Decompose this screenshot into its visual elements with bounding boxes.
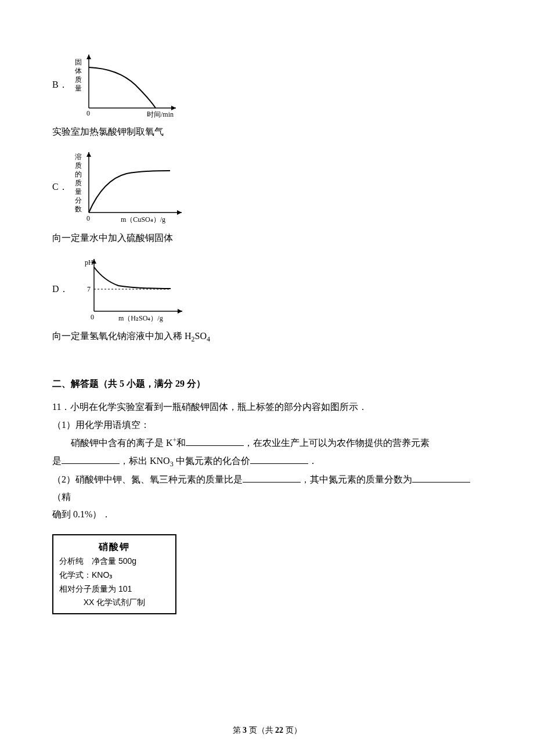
blank-elements[interactable]	[62, 453, 120, 464]
svg-text:m（H₂SO₄）/g: m（H₂SO₄）/g	[118, 314, 163, 322]
q11-p2-line1: （2）硝酸钾中钾、氮、氧三种元素的质量比是，其中氮元素的质量分数为（精	[52, 471, 482, 506]
svg-text:7: 7	[87, 285, 91, 293]
q11-p2-a: （2）硝酸钾中钾、氮、氧三种元素的质量比是	[52, 474, 243, 484]
option-b-row: B． 固 体 质 量 0 时间/min	[52, 50, 482, 120]
q11-p1-line1-c: ，在农业生产上可以为农作物提供的营养元素	[244, 438, 430, 448]
svg-text:固: 固	[75, 58, 82, 66]
svg-text:分: 分	[75, 196, 82, 204]
blank-ion[interactable]	[186, 435, 244, 446]
q11-p1-line2-b: ，标出 KNO	[120, 456, 170, 466]
svg-marker-13	[86, 152, 91, 157]
svg-text:数: 数	[75, 205, 82, 213]
footer-b: 页（共	[247, 726, 275, 735]
svg-text:的: 的	[75, 170, 82, 178]
q11-p2-b: ，其中氮元素的质量分数为	[301, 474, 412, 484]
option-b-desc: 实验室加热氯酸钾制取氧气	[52, 123, 482, 141]
option-b-graph: 固 体 质 量 0 时间/min	[71, 50, 182, 120]
option-c-desc: 向一定量水中加入硫酸铜固体	[52, 229, 482, 247]
svg-text:时间/min: 时间/min	[147, 110, 174, 118]
label-line-1: 分析纯 净含量 500g	[59, 555, 169, 568]
option-d-letter: D．	[52, 280, 68, 298]
option-d-desc-pre: 向一定量氢氧化钠溶液中加入稀 H	[52, 331, 192, 341]
option-d-desc-mid: SO	[195, 331, 207, 341]
footer-a: 第	[233, 726, 243, 735]
q11-p1-line1-a: 硝酸钾中含有的离子是 K	[71, 438, 173, 448]
svg-text:0: 0	[91, 313, 94, 321]
svg-text:0: 0	[86, 109, 90, 117]
option-c-letter: C．	[52, 178, 68, 196]
option-d-sub2: 4	[207, 335, 210, 343]
option-d-graph: pH 7 0 m（H₂SO₄）/g	[72, 254, 188, 324]
label-title: 硝酸钾	[59, 539, 169, 555]
reagent-label-box: 硝酸钾 分析纯 净含量 500g 化学式：KNO₃ 相对分子质量为 101 XX…	[52, 534, 176, 614]
q11-p2-c: （精	[52, 492, 71, 502]
label-line-3: 相对分子质量为 101	[59, 582, 169, 596]
option-c-graph: 溶 质 的 质 量 分 数 0 m（CuSO₄）/g	[71, 147, 187, 226]
blank-mass-fraction[interactable]	[412, 472, 470, 483]
blank-mass-ratio[interactable]	[243, 472, 301, 483]
svg-text:0: 0	[86, 214, 90, 222]
q11-p1-label: （1）用化学用语填空：	[52, 416, 482, 434]
svg-marker-11	[177, 210, 182, 215]
svg-text:量: 量	[75, 188, 82, 196]
blank-valence[interactable]	[250, 453, 308, 464]
option-b-letter: B．	[52, 76, 68, 93]
footer-pg: 3	[243, 726, 247, 735]
q11-p1-line1-b: 和	[176, 438, 186, 448]
option-c-row: C． 溶 质 的 质 量 分 数 0 m（CuSO₄）/g	[52, 147, 482, 226]
option-d-desc: 向一定量氢氧化钠溶液中加入稀 H2SO4	[52, 327, 482, 346]
section-2-title: 二、解答题（共 5 小题，满分 29 分）	[52, 375, 482, 393]
svg-marker-3	[86, 55, 91, 59]
svg-text:m（CuSO₄）/g: m（CuSO₄）/g	[121, 215, 165, 224]
svg-text:溶: 溶	[75, 153, 82, 161]
q11-p2-line2: 确到 0.1%）．	[52, 506, 482, 523]
q11-p1-line2-c: 中氮元素的化合价	[174, 456, 250, 466]
svg-text:pH: pH	[85, 258, 93, 267]
svg-marker-24	[178, 309, 182, 314]
q11-p1-line2: 是，标出 KNO3 中氮元素的化合价．	[52, 452, 482, 471]
q11-stem: 11．小明在化学实验室看到一瓶硝酸钾固体，瓶上标签的部分内容如图所示．	[52, 398, 482, 416]
label-line-2: 化学式：KNO₃	[59, 568, 169, 582]
svg-text:质: 质	[75, 161, 82, 170]
q11-p1-line1: 硝酸钾中含有的离子是 K+和，在农业生产上可以为农作物提供的营养元素	[52, 434, 482, 452]
svg-marker-1	[171, 106, 176, 110]
option-d-row: D． pH 7 0 m（H₂SO₄）/g	[52, 254, 482, 324]
q11-p1-line2-d: ．	[308, 456, 317, 466]
label-line-4: XX 化学试剂厂制	[59, 596, 169, 610]
footer-c: 页）	[283, 726, 302, 735]
footer-total: 22	[275, 726, 283, 735]
page-footer: 第 3 页（共 22 页）	[0, 723, 534, 739]
q11-p1-line2-a: 是	[52, 456, 62, 466]
svg-text:质: 质	[75, 179, 82, 187]
svg-text:质: 质	[75, 75, 82, 84]
svg-text:体: 体	[75, 67, 82, 75]
svg-text:量: 量	[75, 84, 82, 92]
